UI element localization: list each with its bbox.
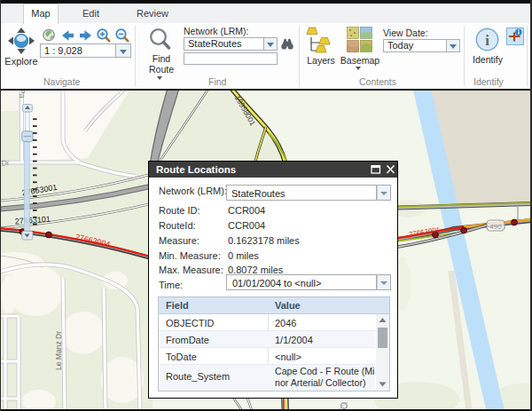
- svg-text:Le Manz Dr: Le Manz Dr: [54, 331, 63, 370]
- svg-text:Dr: Dr: [1, 158, 10, 168]
- svg-text:490: 490: [489, 223, 502, 231]
- svg-text:Pa: Pa: [18, 90, 27, 99]
- svg-text:i: i: [485, 32, 489, 49]
